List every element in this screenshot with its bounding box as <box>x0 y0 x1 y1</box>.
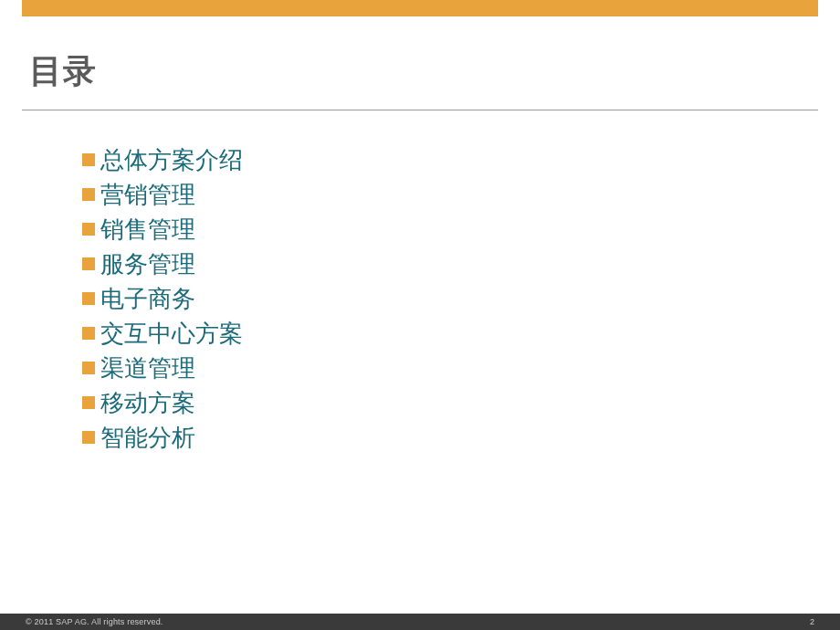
square-bullet-icon <box>82 188 95 201</box>
toc-item-label: 渠道管理 <box>100 352 195 383</box>
top-accent-bar <box>22 0 818 16</box>
footer-page-number: 2 <box>810 617 814 626</box>
square-bullet-icon <box>82 292 95 305</box>
square-bullet-icon <box>82 431 95 444</box>
toc-item-label: 交互中心方案 <box>100 318 243 349</box>
square-bullet-icon <box>82 223 95 236</box>
page-title: 目录 <box>29 49 97 94</box>
toc-item-label: 服务管理 <box>100 248 195 279</box>
toc-item: 交互中心方案 <box>82 318 243 349</box>
square-bullet-icon <box>82 396 95 409</box>
toc-item: 电子商务 <box>82 283 243 314</box>
title-divider <box>22 110 818 110</box>
toc-item: 销售管理 <box>82 214 243 245</box>
toc-item: 渠道管理 <box>82 352 243 383</box>
square-bullet-icon <box>82 362 95 374</box>
toc-item: 总体方案介绍 <box>82 144 243 175</box>
square-bullet-icon <box>82 153 95 166</box>
toc-item: 移动方案 <box>82 387 243 418</box>
square-bullet-icon <box>82 327 95 340</box>
toc-item-label: 电子商务 <box>100 283 195 314</box>
footer-copyright: © 2011 SAP AG. All rights reserved. <box>26 617 163 626</box>
slide: 目录 总体方案介绍 营销管理 销售管理 服务管理 电子商务 交互中心方案 <box>0 0 840 630</box>
toc-item: 服务管理 <box>82 248 243 279</box>
toc-list: 总体方案介绍 营销管理 销售管理 服务管理 电子商务 交互中心方案 渠道管理 <box>82 144 243 457</box>
toc-item: 营销管理 <box>82 179 243 210</box>
toc-item-label: 智能分析 <box>100 422 195 453</box>
square-bullet-icon <box>82 257 95 270</box>
toc-item: 智能分析 <box>82 422 243 453</box>
toc-item-label: 总体方案介绍 <box>100 144 243 175</box>
toc-item-label: 营销管理 <box>100 179 195 210</box>
toc-item-label: 销售管理 <box>100 214 195 245</box>
footer-bar: © 2011 SAP AG. All rights reserved. 2 <box>0 614 840 630</box>
toc-item-label: 移动方案 <box>100 387 195 418</box>
